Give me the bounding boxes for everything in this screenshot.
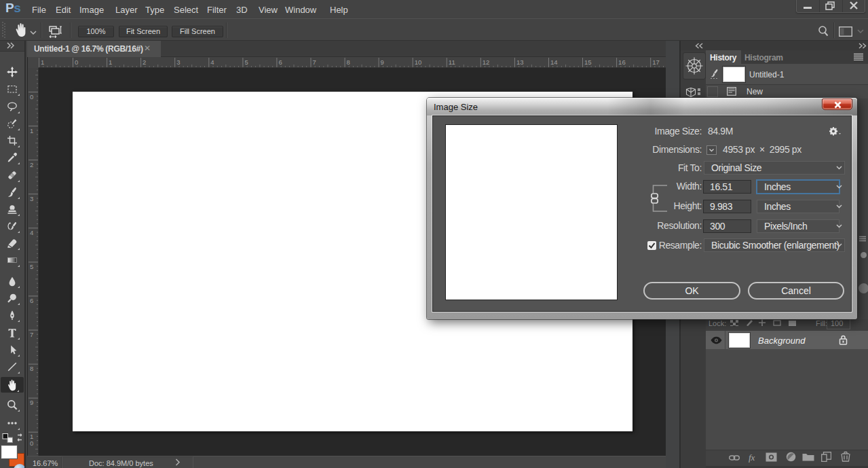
svg-text:fx: fx <box>749 452 755 463</box>
svg-text:11: 11 <box>449 58 455 66</box>
svg-text:12: 12 <box>483 58 490 66</box>
svg-text:8: 8 <box>30 365 33 372</box>
svg-text:8: 8 <box>347 58 350 66</box>
svg-text:5: 5 <box>30 263 33 270</box>
svg-text:9: 9 <box>30 399 33 406</box>
svg-text:5: 5 <box>244 58 248 66</box>
svg-text:1: 1 <box>30 127 33 134</box>
svg-text:0: 0 <box>30 439 33 447</box>
svg-text:9: 9 <box>381 58 384 66</box>
svg-text:7: 7 <box>313 58 316 66</box>
svg-text:6: 6 <box>278 58 282 66</box>
svg-text:0: 0 <box>75 58 78 66</box>
svg-text:1: 1 <box>109 58 112 66</box>
svg-text:4: 4 <box>210 58 214 66</box>
svg-text:3: 3 <box>176 58 180 66</box>
svg-text:17: 17 <box>652 58 660 66</box>
svg-text:6: 6 <box>30 297 33 304</box>
svg-text:3: 3 <box>30 195 33 202</box>
svg-text:15: 15 <box>584 58 592 66</box>
svg-text:14: 14 <box>550 58 558 66</box>
svg-text:10: 10 <box>415 58 422 66</box>
svg-text:0: 0 <box>30 93 33 101</box>
svg-text:2: 2 <box>143 58 146 66</box>
svg-text:13: 13 <box>516 58 524 66</box>
svg-text:2: 2 <box>30 161 33 168</box>
svg-text:4: 4 <box>30 229 33 236</box>
svg-text:16: 16 <box>618 58 626 66</box>
svg-text:1: 1 <box>41 58 44 66</box>
svg-text:7: 7 <box>30 331 33 338</box>
